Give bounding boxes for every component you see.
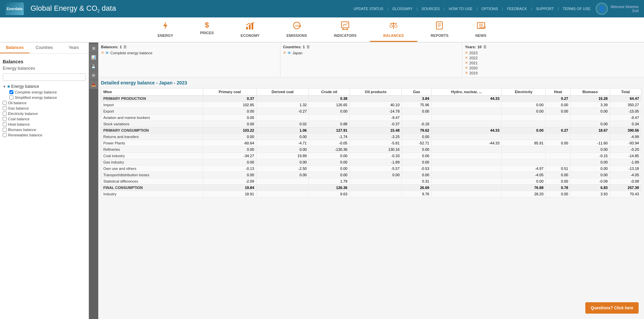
- filter-countries-remove[interactable]: ✕: [283, 51, 286, 55]
- sidebar: Balances Countries Years Balances Energy…: [0, 43, 89, 319]
- cell-value: 18.91: [203, 191, 256, 197]
- balance-simplified-label[interactable]: Simplified energy balance: [15, 95, 57, 100]
- balance-simplified: Simplified energy balance: [9, 95, 86, 100]
- cell-value: 0.00: [546, 178, 571, 185]
- nav-reports[interactable]: REPORTS: [417, 17, 462, 42]
- remove-year-2020[interactable]: ✕: [465, 66, 468, 70]
- cell-value: [350, 185, 402, 191]
- balance-coal-label[interactable]: Coal balance: [8, 117, 30, 121]
- questions-button[interactable]: Questions? Click here: [585, 302, 639, 314]
- svg-point-13: [394, 25, 397, 27]
- cell-value: 15.28: [570, 95, 610, 102]
- nav-indicators[interactable]: INDICATORS: [320, 17, 370, 42]
- side-btn-save[interactable]: 💾: [89, 62, 98, 71]
- remove-year-2019[interactable]: ✕: [465, 71, 468, 75]
- filter-countries-trash[interactable]: 🗑: [306, 45, 310, 49]
- cell-value: 75.96: [402, 102, 431, 108]
- nav-support[interactable]: SUPPORT: [536, 7, 554, 11]
- nav-glossary[interactable]: GLOSSARY: [392, 7, 413, 11]
- nav-economy[interactable]: ECONOMY: [227, 17, 273, 42]
- nav-balances[interactable]: BALANCES: [370, 17, 417, 42]
- cell-value: 0.00: [203, 172, 256, 178]
- cell-value: 3.39: [570, 102, 610, 108]
- cell-value: 0.00: [502, 127, 546, 134]
- nav-how-to-use[interactable]: HOW TO USE: [449, 7, 473, 11]
- cell-value: [350, 178, 402, 185]
- remove-year-2022[interactable]: ✕: [465, 56, 468, 60]
- balance-gas-label[interactable]: Gas balance: [8, 106, 29, 110]
- cell-value: 0.00: [203, 134, 256, 140]
- exit-link[interactable]: Exit: [610, 9, 639, 13]
- filter-countries-eye[interactable]: 👁: [287, 51, 291, 55]
- tab-countries[interactable]: Countries: [30, 43, 59, 53]
- cell-value: [431, 134, 501, 140]
- col-electricity: Electricity: [502, 88, 546, 95]
- checkbox-coal[interactable]: [3, 117, 7, 121]
- cell-value: -9.47: [350, 115, 402, 121]
- side-btn-table[interactable]: ⊞: [89, 44, 98, 53]
- nav-terms[interactable]: TERMS OF USE: [563, 7, 591, 11]
- nav-update-status[interactable]: UPDATE STATUS: [354, 7, 383, 11]
- checkbox-complete[interactable]: [9, 90, 13, 94]
- balance-biomass-label[interactable]: Biomass balance: [8, 128, 36, 132]
- checkbox-biomass[interactable]: [3, 128, 7, 132]
- balance-oil-label[interactable]: Oil balance: [8, 101, 26, 105]
- year-2020-value: 2020: [469, 66, 477, 70]
- cell-value: 0.00: [546, 102, 571, 108]
- cell-value: [402, 115, 431, 121]
- cell-value: -4.97: [502, 166, 546, 172]
- nav-energy[interactable]: ENERGY: [144, 17, 186, 42]
- sidebar-search[interactable]: [3, 73, 86, 81]
- nav-news[interactable]: NEWS NEWS: [462, 17, 500, 42]
- checkbox-electricity[interactable]: [3, 112, 7, 116]
- tab-balances[interactable]: Balances: [0, 43, 30, 53]
- cell-value: 1.32: [256, 102, 309, 108]
- cell-value: [502, 134, 546, 140]
- user-avatar[interactable]: 👤: [596, 3, 608, 15]
- filter-balances-trash[interactable]: 🗑: [123, 45, 127, 49]
- nav-sources[interactable]: SOURCES: [422, 7, 440, 11]
- checkbox-simplified[interactable]: [9, 95, 13, 100]
- balance-renewables-label[interactable]: Renewables balance: [8, 133, 42, 137]
- filter-balances-remove[interactable]: ✕: [101, 51, 104, 55]
- cell-value: -0.15: [570, 153, 610, 159]
- cell-value: -9.47: [610, 115, 641, 121]
- balance-electricity-label[interactable]: Electricity balance: [8, 112, 38, 116]
- year-2022-value: 2022: [469, 56, 477, 60]
- nav-emissions[interactable]: CO₂ EMISSIONS: [273, 17, 320, 42]
- user-info: Welcome Séverine Exit: [610, 5, 639, 13]
- cell-value: 44.33: [431, 95, 501, 102]
- side-btn-export[interactable]: 📤: [89, 80, 98, 89]
- cell-value: 28.20: [502, 191, 546, 197]
- checkbox-gas[interactable]: [3, 106, 7, 110]
- balance-heat-label[interactable]: Heat balance: [8, 122, 30, 126]
- side-btn-chart[interactable]: 📊: [89, 53, 98, 62]
- nav-prices[interactable]: $ PRICES: [186, 17, 227, 42]
- checkbox-oil[interactable]: [3, 101, 7, 105]
- cell-value: 0.00: [256, 172, 309, 178]
- tree-energy-balance[interactable]: ▼ ■ Energy balance: [3, 83, 86, 89]
- table-row: Returns and transfers0.000.00-1.74-3.250…: [101, 134, 641, 140]
- cell-value: -1.89: [610, 159, 641, 166]
- nav-options[interactable]: OPTIONS: [481, 7, 498, 11]
- checkbox-heat[interactable]: [3, 122, 7, 126]
- checkbox-renewables[interactable]: [3, 133, 7, 137]
- balance-complete-label[interactable]: Complete energy balance: [15, 90, 57, 94]
- cell-value: 0.00: [502, 178, 546, 185]
- sidebar-subtitle: Energy balances: [3, 66, 86, 71]
- filter-years: Years: 10 🗑 ✕ 2023 ✕ 2022 ✕ 2021: [462, 43, 644, 77]
- tab-years[interactable]: Years: [59, 43, 89, 53]
- cell-value: 0.00: [570, 159, 610, 166]
- remove-year-2023[interactable]: ✕: [465, 51, 468, 55]
- cell-value: 3.93: [570, 191, 610, 197]
- filter-years-trash[interactable]: 🗑: [483, 45, 487, 49]
- nav-feedback[interactable]: FEEDBACK: [507, 7, 527, 11]
- filter-balances-eye[interactable]: 👁: [105, 51, 109, 55]
- remove-year-2021[interactable]: ✕: [465, 61, 468, 65]
- cell-value: 9.76: [402, 191, 431, 197]
- table-row: Power Plants-60.64-4.71-0.05-5.81-52.71-…: [101, 140, 641, 146]
- cell-value: -93.94: [610, 140, 641, 146]
- nav-reports-label: REPORTS: [431, 34, 448, 38]
- cell-value: 0.00: [402, 172, 431, 178]
- side-btn-settings[interactable]: ⚙: [89, 71, 98, 80]
